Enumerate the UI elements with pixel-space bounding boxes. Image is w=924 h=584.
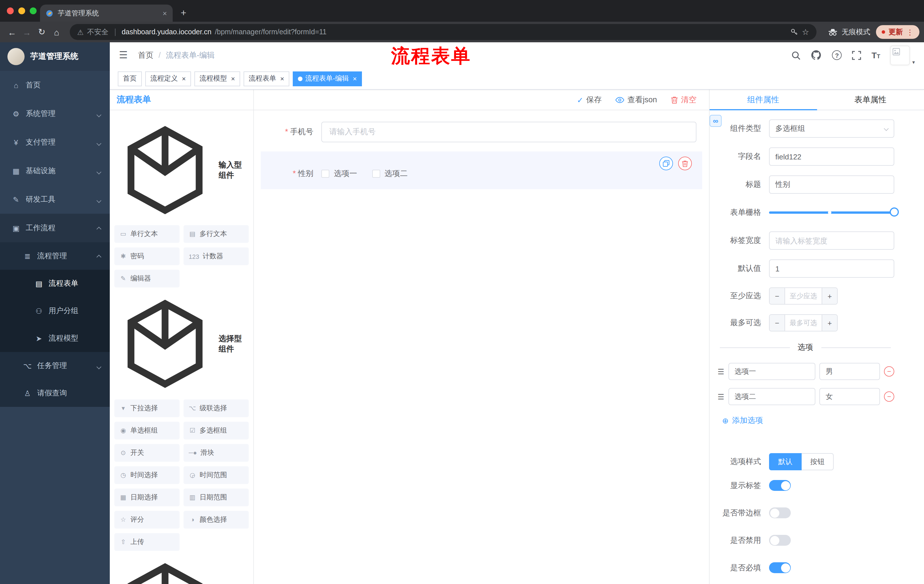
sidebar-item-infrastructure[interactable]: ▦ 基础设施 [0,156,110,185]
sidebar-item-dev-tools[interactable]: ✎ 研发工具 [0,185,110,214]
sidebar-item-home[interactable]: ⌂ 首页 [0,71,110,99]
increase-button[interactable]: + [822,288,837,304]
close-icon[interactable]: × [280,74,284,82]
option-value-input[interactable] [819,363,880,380]
option-label-input[interactable] [728,388,815,405]
avatar-caret-icon[interactable]: ▾ [912,59,915,65]
search-icon[interactable] [791,51,800,60]
components-scroll[interactable]: 输入型组件 ▭单行文本 ▤多行文本 ✱密码 123计数器 ✎编辑器 [110,110,253,584]
border-switch[interactable] [769,507,791,518]
browser-home-button[interactable]: ⌂ [49,27,64,37]
browser-menu-icon[interactable]: ⋮ [906,28,914,36]
decrease-button[interactable]: − [770,315,785,331]
chip-password[interactable]: ✱密码 [114,248,180,265]
sidebar-item-task-management[interactable]: ⌥ 任务管理 [0,352,110,380]
checkbox-option-1[interactable]: 选项一 [321,169,357,179]
reload-button[interactable]: ↻ [34,27,49,37]
sidebar-item-system[interactable]: ⚙ 系统管理 [0,99,110,128]
bookmark-star-icon[interactable]: ☆ [802,28,809,36]
address-bar[interactable]: ⚠ 不安全 dashboard.yudao.iocoder.cn/bpm/man… [70,24,817,40]
browser-tab[interactable]: 芋道管理系统 × [40,5,173,22]
field-name-input[interactable] [769,147,894,166]
new-tab-button[interactable]: + [181,8,186,18]
tag-process-definition[interactable]: 流程定义 × [145,71,191,86]
tab-form-props[interactable]: 表单属性 [817,90,924,110]
add-option-button[interactable]: ⊕ 添加选项 [722,415,894,426]
drag-handle-icon[interactable]: ☰ [718,367,724,376]
slider-track[interactable] [769,211,894,214]
style-default-button[interactable]: 默认 [769,453,802,470]
github-icon[interactable] [811,50,822,61]
close-icon[interactable]: × [353,74,357,82]
chip-color-picker[interactable]: ◑颜色选择 [183,511,249,528]
chip-textarea[interactable]: ▤多行文本 [183,225,249,243]
tag-process-form-edit[interactable]: 流程表单-编辑 × [293,71,362,86]
chip-time-range[interactable]: ◶时间范围 [183,466,249,484]
avatar[interactable] [891,45,910,65]
checkbox-option-2[interactable]: 选项二 [372,169,408,179]
tag-home[interactable]: 首页 [118,71,142,86]
chip-single-line-text[interactable]: ▭单行文本 [114,225,180,243]
chip-switch[interactable]: ⊙开关 [114,444,180,461]
chip-date-picker[interactable]: ▦日期选择 [114,488,180,506]
tag-process-form[interactable]: 流程表单 × [244,71,289,86]
window-close-button[interactable] [7,7,14,14]
canvas-body[interactable]: 手机号 请输入手机号 [254,110,709,584]
chip-counter[interactable]: 123计数器 [183,248,249,265]
breadcrumb-home[interactable]: 首页 [138,50,153,60]
style-button-button[interactable]: 按钮 [802,453,834,470]
close-icon[interactable]: × [231,74,235,82]
copy-button[interactable] [659,156,673,170]
close-icon[interactable]: × [182,74,186,82]
forward-button[interactable]: → [20,27,34,37]
sidebar-item-process-model[interactable]: ➤ 流程模型 [0,324,110,352]
font-size-icon[interactable]: TT [871,50,880,60]
gender-field-row-selected[interactable]: 性别 选项一 选项二 [261,151,702,189]
view-json-button[interactable]: 查看json [615,95,657,105]
label-width-input[interactable] [769,232,894,250]
chip-slider[interactable]: ─●滑块 [183,444,249,461]
required-switch[interactable] [769,562,791,573]
sidebar-item-user-group[interactable]: ⚇ 用户分组 [0,297,110,324]
key-icon[interactable] [790,28,799,36]
chip-select[interactable]: ▾下拉选择 [114,399,180,417]
remove-option-button[interactable]: − [884,392,894,402]
properties-body[interactable]: 组件类型 多选框组 字段名 标题 [710,110,924,584]
component-type-select[interactable]: 多选框组 [769,119,894,138]
chip-cascader[interactable]: ⌥级联选择 [183,399,249,417]
drag-handle-icon[interactable]: ☰ [718,392,724,401]
link-icon[interactable]: ∞ [710,115,722,127]
sidebar-collapse-button[interactable]: ☰ [119,49,128,61]
sidebar-item-payment[interactable]: ¥ 支付管理 [0,128,110,156]
sidebar-item-process-management[interactable]: ≣ 流程管理 [0,242,110,270]
tag-process-model[interactable]: 流程模型 × [195,71,240,86]
delete-button[interactable] [678,156,692,170]
title-input[interactable] [769,175,894,194]
max-select-value[interactable]: 最多可选 [785,315,822,331]
decrease-button[interactable]: − [770,288,785,304]
window-minimize-button[interactable] [18,7,25,14]
show-label-switch[interactable] [769,480,791,491]
chip-checkbox-group[interactable]: ☑多选框组 [183,421,249,439]
clear-button[interactable]: 清空 [671,95,696,105]
sidebar-item-process-form[interactable]: ▤ 流程表单 [0,270,110,297]
phone-input[interactable]: 请输入手机号 [321,122,696,142]
chip-editor[interactable]: ✎编辑器 [114,270,180,288]
help-icon[interactable]: ? [832,50,842,60]
chip-date-range[interactable]: ▥日期范围 [183,488,249,506]
sidebar-item-workflow[interactable]: ▣ 工作流程 [0,214,110,242]
form-grid-slider[interactable] [769,204,894,222]
fullscreen-icon[interactable] [852,51,861,60]
chip-upload[interactable]: ⇧上传 [114,533,180,551]
chip-rate[interactable]: ☆评分 [114,511,180,528]
increase-button[interactable]: + [822,315,837,331]
remove-option-button[interactable]: − [884,366,894,377]
save-button[interactable]: ✓ 保存 [577,95,602,105]
window-zoom-button[interactable] [30,7,36,14]
chip-radio-group[interactable]: ◉单选框组 [114,421,180,439]
default-value-input[interactable] [769,260,894,278]
min-select-value[interactable]: 至少应选 [785,288,822,304]
disabled-switch[interactable] [769,535,791,546]
sidebar-item-leave-query[interactable]: ♙ 请假查询 [0,380,110,407]
chip-time-picker[interactable]: ◷时间选择 [114,466,180,484]
